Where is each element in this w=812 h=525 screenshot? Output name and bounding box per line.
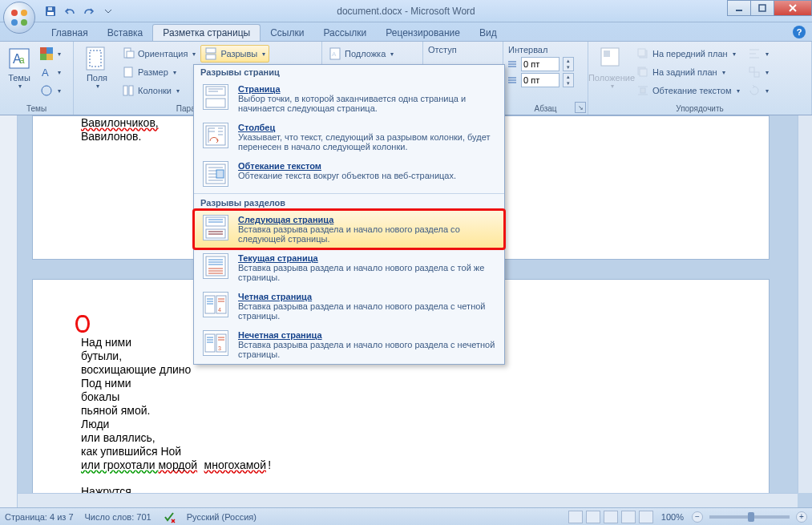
svg-rect-8 <box>759 5 766 11</box>
position-button[interactable]: Положение▾ <box>592 43 632 103</box>
svg-point-1 <box>21 10 27 16</box>
status-word-count[interactable]: Число слов: 701 <box>85 512 151 522</box>
svg-rect-35 <box>640 88 645 93</box>
page-break-icon <box>203 84 228 110</box>
svg-point-2 <box>11 19 18 26</box>
undo-button[interactable] <box>61 2 79 20</box>
break-text-wrap[interactable]: Обтекание текстомОбтекание текста вокруг… <box>194 156 504 192</box>
columns-button[interactable]: Колонки▾ <box>119 82 199 99</box>
svg-rect-46 <box>205 296 215 313</box>
svg-rect-14 <box>40 54 46 60</box>
align-button[interactable]: ▾ <box>745 45 772 63</box>
office-button[interactable] <box>3 2 37 35</box>
window-controls <box>728 0 812 16</box>
text-wrap-button[interactable]: Обтекание текстом▾ <box>633 82 743 99</box>
svg-text:A: A <box>332 50 337 58</box>
svg-rect-34 <box>640 69 647 76</box>
svg-rect-13 <box>46 47 53 54</box>
tab-mailings[interactable]: Рассылки <box>313 25 376 41</box>
view-outline[interactable] <box>621 511 636 523</box>
theme-colors[interactable]: ▾ <box>37 45 64 63</box>
minimize-button[interactable] <box>727 0 751 16</box>
svg-rect-49 <box>205 334 215 352</box>
cursor-annotation-icon <box>75 315 90 333</box>
zoom-slider[interactable] <box>709 515 790 519</box>
status-page[interactable]: Страница: 4 из 7 <box>5 512 74 522</box>
text-wrap-break-icon <box>203 161 228 187</box>
watermark-button[interactable]: AПодложка▾ <box>325 45 397 63</box>
tab-page-layout[interactable]: Разметка страницы <box>152 24 261 41</box>
status-proofing-icon[interactable] <box>163 511 176 523</box>
spacing-after-icon <box>507 75 518 86</box>
status-language[interactable]: Русский (Россия) <box>187 512 257 522</box>
spacing-after-spinner[interactable]: ▴▾ <box>563 73 574 87</box>
indent-header: Отступ <box>426 43 499 55</box>
svg-rect-36 <box>749 67 754 72</box>
svg-rect-12 <box>40 47 46 54</box>
continuous-break-icon <box>203 253 228 279</box>
tab-review[interactable]: Рецензирование <box>376 25 470 41</box>
tab-insert[interactable]: Вставка <box>98 25 153 41</box>
help-icon[interactable]: ? <box>793 26 806 38</box>
spacing-before-spinner[interactable]: ▴▾ <box>563 57 574 71</box>
svg-rect-22 <box>124 67 132 77</box>
break-page[interactable]: СтраницаВыбор точки, в которой заканчива… <box>194 79 504 118</box>
break-continuous[interactable]: Текущая страницаВставка разрыва раздела … <box>194 248 504 287</box>
themes-label: Темы <box>8 73 30 83</box>
orientation-button[interactable]: Ориентация▾ <box>119 45 199 63</box>
svg-text:4: 4 <box>218 307 221 313</box>
send-back-button[interactable]: На задний план▾ <box>633 63 743 81</box>
redo-button[interactable] <box>80 2 98 20</box>
svg-rect-7 <box>736 10 742 11</box>
rotate-button[interactable]: ▾ <box>745 82 772 99</box>
svg-text:a: a <box>19 55 25 66</box>
tab-home[interactable]: Главная <box>42 25 98 41</box>
theme-fonts[interactable]: A▾ <box>37 63 64 81</box>
spacing-after-input[interactable] <box>521 73 560 87</box>
svg-text:A: A <box>42 67 49 79</box>
themes-button[interactable]: Aa Темы▾ <box>3 43 35 103</box>
zoom-in-button[interactable]: + <box>796 511 807 523</box>
view-full-screen[interactable] <box>586 511 600 523</box>
svg-rect-25 <box>206 48 216 53</box>
bring-front-button[interactable]: На передний план▾ <box>633 45 743 63</box>
maximize-button[interactable] <box>750 0 774 16</box>
group-arrange: Положение▾ На передний план▾ На задний п… <box>588 42 812 115</box>
view-draft[interactable] <box>639 511 653 523</box>
qat-customize[interactable] <box>99 2 117 20</box>
view-web-layout[interactable] <box>604 511 618 523</box>
group-button[interactable]: ▾ <box>745 63 772 81</box>
vertical-scrollbar[interactable] <box>798 115 812 493</box>
break-odd-page[interactable]: 3 Нечетная страницаВставка разрыва разде… <box>194 325 504 364</box>
margins-button[interactable]: Поля▾ <box>77 43 117 103</box>
svg-point-3 <box>21 19 27 26</box>
close-button[interactable] <box>774 0 812 16</box>
view-print-layout[interactable] <box>568 511 583 523</box>
spacing-before-input[interactable] <box>521 57 560 71</box>
quick-access-toolbar <box>42 2 117 20</box>
break-next-page[interactable]: Следующая страницаВставка разрыва раздел… <box>194 210 504 248</box>
tab-references[interactable]: Ссылки <box>261 25 313 41</box>
break-even-page[interactable]: 4 Четная страницаВставка разрыва раздела… <box>194 287 504 325</box>
paragraph-label: Абзац <box>507 103 584 115</box>
theme-effects[interactable]: ▾ <box>37 82 64 99</box>
next-page-break-icon <box>203 215 228 240</box>
size-button[interactable]: Размер▾ <box>119 63 199 81</box>
zoom-level[interactable]: 100% <box>661 512 684 522</box>
save-button[interactable] <box>42 2 59 20</box>
section-section-breaks: Разрывы разделов <box>194 196 504 210</box>
ribbon-tabs: Главная Вставка Разметка страницы Ссылки… <box>0 22 812 42</box>
svg-rect-21 <box>127 51 134 58</box>
horizontal-scrollbar[interactable] <box>18 493 798 507</box>
vertical-ruler[interactable] <box>0 115 18 507</box>
spacing-header: Интервал <box>507 43 584 55</box>
svg-rect-5 <box>47 12 54 15</box>
paragraph-launcher[interactable]: ↘ <box>575 102 586 113</box>
group-themes: Aa Темы▾ ▾ A▾ ▾ Темы <box>0 42 74 115</box>
break-column[interactable]: СтолбецУказывает, что текст, следующий з… <box>194 118 504 156</box>
breaks-button[interactable]: Разрывы▾ <box>200 45 269 63</box>
zoom-out-button[interactable]: − <box>692 511 703 523</box>
arrange-label: Упорядочить <box>592 103 808 115</box>
tab-view[interactable]: Вид <box>470 25 507 41</box>
svg-point-17 <box>42 86 51 95</box>
